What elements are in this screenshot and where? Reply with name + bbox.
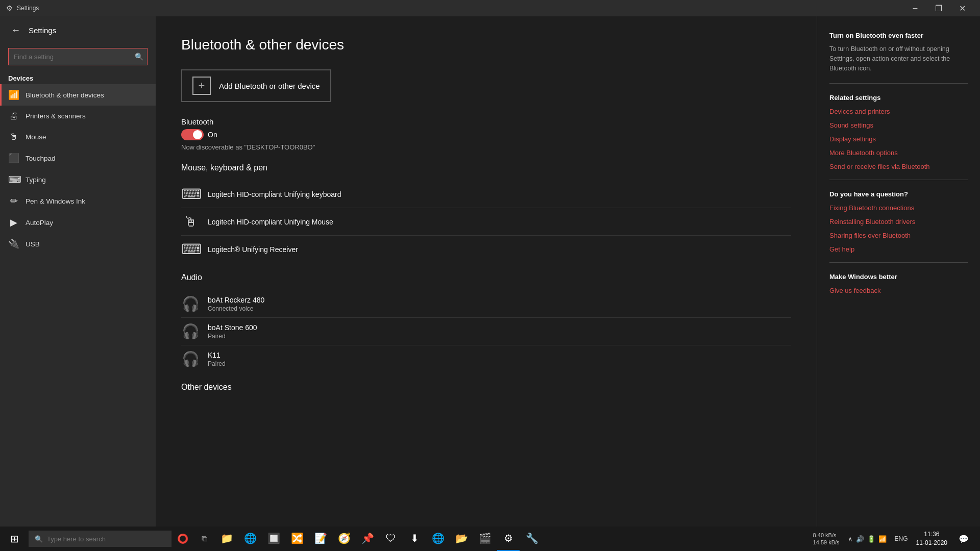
device-icon: 🖱 bbox=[181, 213, 200, 230]
question-link[interactable]: Fixing Bluetooth connections bbox=[829, 204, 968, 212]
question-links: Fixing Bluetooth connectionsReinstalling… bbox=[829, 204, 968, 253]
language-indicator[interactable]: ENG bbox=[893, 535, 910, 542]
download-speed: 14.59 kB/s bbox=[813, 539, 840, 546]
clock-time: 11:36 bbox=[924, 530, 939, 539]
sidebar-label-pen: Pen & Windows Ink bbox=[26, 197, 85, 205]
taskbar-app-settings[interactable]: ⚙ bbox=[497, 527, 520, 551]
device-item[interactable]: ⌨ Logitech HID-compliant Unifying keyboa… bbox=[181, 181, 791, 208]
taskbar-app-vscode[interactable]: 📝 bbox=[309, 527, 332, 551]
taskbar-app-tool[interactable]: 🔧 bbox=[521, 527, 543, 551]
mouse-keyboard-devices: ⌨ Logitech HID-compliant Unifying keyboa… bbox=[181, 181, 791, 263]
battery-icon[interactable]: 🔋 bbox=[867, 535, 875, 543]
question-link[interactable]: Reinstalling Bluetooth drivers bbox=[829, 218, 968, 226]
sidebar-icon-touchpad: ⬛ bbox=[8, 153, 19, 164]
title-bar: ⚙ Settings – ❐ ✕ bbox=[0, 0, 980, 16]
sidebar-item-printers[interactable]: 🖨 Printers & scanners bbox=[0, 106, 156, 127]
start-button[interactable]: ⊞ bbox=[2, 527, 27, 551]
sidebar-item-mouse[interactable]: 🖱 Mouse bbox=[0, 127, 156, 147]
feedback-label: Make Windows better bbox=[829, 273, 968, 281]
divider-1 bbox=[829, 83, 968, 84]
related-settings-link[interactable]: Devices and printers bbox=[829, 108, 968, 115]
system-clock[interactable]: 11:36 11-01-2020 bbox=[912, 530, 951, 547]
sidebar-icon-usb: 🔌 bbox=[8, 238, 19, 249]
related-settings-link[interactable]: Sound settings bbox=[829, 121, 968, 129]
device-name: Logitech HID-compliant Unifying Mouse bbox=[208, 218, 333, 226]
device-info: Logitech HID-compliant Unifying Mouse bbox=[208, 218, 333, 226]
audio-device-info: boAt Stone 600 Paired bbox=[208, 323, 257, 340]
sidebar-icon-bluetooth: 📶 bbox=[8, 89, 19, 101]
sidebar-icon-typing: ⌨ bbox=[8, 174, 19, 185]
clock-date: 11-01-2020 bbox=[916, 539, 947, 547]
related-settings-link[interactable]: More Bluetooth options bbox=[829, 149, 968, 157]
taskbar-app-download[interactable]: ⬇ bbox=[403, 527, 426, 551]
maximize-button[interactable]: ❐ bbox=[927, 0, 950, 16]
upload-speed: 8.40 kB/s bbox=[813, 532, 840, 539]
add-device-button[interactable]: + Add Bluetooth or other device bbox=[181, 69, 331, 102]
taskbar-app-compass[interactable]: 🧭 bbox=[333, 527, 355, 551]
sidebar-app-title: Settings bbox=[29, 26, 56, 35]
audio-device-item[interactable]: 🎧 boAt Rockerz 480 Connected voice bbox=[181, 290, 791, 318]
close-button[interactable]: ✕ bbox=[950, 0, 974, 16]
taskbar-right: 8.40 kB/s 14.59 kB/s ∧ 🔊 🔋 📶 ENG 11:36 1… bbox=[811, 527, 978, 551]
sidebar-item-bluetooth[interactable]: 📶 Bluetooth & other devices bbox=[0, 84, 156, 106]
taskbar-search-icon: 🔍 bbox=[35, 535, 43, 543]
taskbar-search[interactable]: 🔍 bbox=[29, 531, 172, 547]
device-info: Logitech HID-compliant Unifying keyboard bbox=[208, 190, 341, 198]
audio-icon[interactable]: 🔊 bbox=[856, 535, 864, 543]
audio-device-info: boAt Rockerz 480 Connected voice bbox=[208, 296, 264, 312]
expand-tray-icon[interactable]: ∧ bbox=[848, 535, 853, 543]
divider-3 bbox=[829, 262, 968, 263]
sidebar-item-pen[interactable]: ✏ Pen & Windows Ink bbox=[0, 190, 156, 212]
audio-device-item[interactable]: 🎧 K11 Paired bbox=[181, 345, 791, 372]
mouse-keyboard-section-title: Mouse, keyboard & pen bbox=[181, 163, 791, 172]
related-settings-link[interactable]: Display settings bbox=[829, 135, 968, 143]
audio-device-name: boAt Rockerz 480 bbox=[208, 296, 264, 304]
search-input[interactable] bbox=[8, 48, 148, 65]
taskbar-app-filezilla[interactable]: 📂 bbox=[450, 527, 473, 551]
taskbar: ⊞ 🔍 ⭕ ⧉ 📁🌐🔲🔀📝🧭📌🛡⬇🌐📂🎬⚙🔧 8.40 kB/s 14.59 k… bbox=[0, 527, 980, 551]
taskbar-app-shield[interactable]: 🛡 bbox=[380, 527, 402, 551]
device-item[interactable]: 🖱 Logitech HID-compliant Unifying Mouse bbox=[181, 208, 791, 236]
network-icon[interactable]: 📶 bbox=[878, 535, 887, 543]
bluetooth-toggle[interactable] bbox=[181, 129, 204, 140]
app-body: ← Settings 🔍 Devices 📶 Bluetooth & other… bbox=[0, 16, 980, 527]
taskbar-app-sourcetree[interactable]: 🔀 bbox=[286, 527, 308, 551]
audio-section-title: Audio bbox=[181, 273, 791, 282]
taskbar-app-network[interactable]: 🌐 bbox=[427, 527, 449, 551]
tip-text: To turn Bluetooth on or off without open… bbox=[829, 44, 968, 73]
taskbar-app-sticky[interactable]: 📌 bbox=[356, 527, 379, 551]
system-tray-icons[interactable]: ∧ 🔊 🔋 📶 bbox=[844, 535, 891, 543]
main-panel: Bluetooth & other devices + Add Bluetoot… bbox=[156, 16, 817, 527]
audio-device-item[interactable]: 🎧 boAt Stone 600 Paired bbox=[181, 318, 791, 345]
sidebar-item-touchpad[interactable]: ⬛ Touchpad bbox=[0, 147, 156, 169]
device-item[interactable]: ⌨ Logitech® Unifying Receiver bbox=[181, 236, 791, 263]
toggle-knob bbox=[193, 130, 202, 139]
sidebar-item-usb[interactable]: 🔌 USB bbox=[0, 233, 156, 255]
taskbar-app-file-explorer[interactable]: 📁 bbox=[215, 527, 238, 551]
device-name: Logitech HID-compliant Unifying keyboard bbox=[208, 190, 341, 198]
sidebar-item-typing[interactable]: ⌨ Typing bbox=[0, 169, 156, 190]
question-link[interactable]: Sharing files over Bluetooth bbox=[829, 232, 968, 239]
divider-2 bbox=[829, 180, 968, 180]
right-panel: Turn on Bluetooth even faster To turn Bl… bbox=[817, 16, 980, 527]
taskbar-app-chrome[interactable]: 🌐 bbox=[239, 527, 261, 551]
related-settings-label: Related settings bbox=[829, 94, 968, 102]
sidebar-item-autoplay[interactable]: ▶ AutoPlay bbox=[0, 212, 156, 233]
task-view-button[interactable]: ⧉ bbox=[194, 527, 214, 551]
settings-icon: ⚙ bbox=[6, 4, 13, 12]
taskbar-search-input[interactable] bbox=[47, 535, 165, 543]
minimize-button[interactable]: – bbox=[903, 0, 927, 16]
sidebar-label-printers: Printers & scanners bbox=[26, 112, 86, 120]
taskbar-app-vlc[interactable]: 🎬 bbox=[474, 527, 496, 551]
feedback-link[interactable]: Give us feedback bbox=[829, 287, 968, 294]
sidebar-icon-pen: ✏ bbox=[8, 195, 19, 207]
search-box-wrap: 🔍 bbox=[0, 44, 156, 69]
related-settings-link[interactable]: Send or receive files via Bluetooth bbox=[829, 163, 968, 170]
device-icon: ⌨ bbox=[181, 186, 200, 203]
cortana-button[interactable]: ⭕ bbox=[173, 527, 193, 551]
notification-button[interactable]: 💬 bbox=[953, 527, 974, 551]
taskbar-app-bracket[interactable]: 🔲 bbox=[262, 527, 285, 551]
sidebar-icon-mouse: 🖱 bbox=[8, 132, 19, 142]
back-button[interactable]: ← bbox=[8, 22, 23, 38]
question-link[interactable]: Get help bbox=[829, 245, 968, 253]
